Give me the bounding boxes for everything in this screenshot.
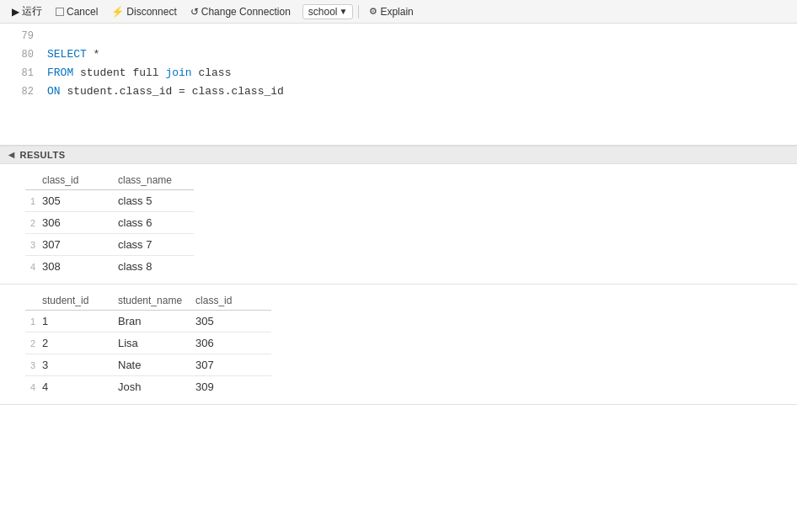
line-number: 80 xyxy=(7,45,34,64)
explain-icon: ⚙ xyxy=(369,6,377,17)
explain-button[interactable]: ⚙ Explain xyxy=(364,4,418,19)
result-table-2: student_id student_name class_id 11Bran3… xyxy=(0,285,797,405)
cancel-label: Cancel xyxy=(67,6,98,18)
change-connection-button[interactable]: ↺ Change Connection xyxy=(185,4,296,19)
results-header: ◀ RESULTS xyxy=(0,146,797,164)
run-label: 运行 xyxy=(22,4,42,19)
row-number: 1 xyxy=(25,190,42,212)
run-button[interactable]: ▶ 运行 xyxy=(7,3,47,20)
editor-line: 82 ON student.class_id = class.class_id xyxy=(0,82,797,101)
cancel-checkbox-icon xyxy=(56,8,64,16)
table-cell: Josh xyxy=(118,376,195,398)
class-table: class_id class_name 1305class 52306class… xyxy=(25,171,194,277)
row-number: 3 xyxy=(25,234,42,256)
table-row: 2306class 6 xyxy=(25,212,194,234)
editor-line: 79 xyxy=(0,27,797,45)
row-number: 4 xyxy=(25,256,42,278)
row-number: 3 xyxy=(25,354,42,376)
col-student-id: student_id xyxy=(42,291,118,311)
change-connection-icon: ↺ xyxy=(190,6,199,18)
table-row: 11Bran305 xyxy=(25,311,271,332)
row-number: 4 xyxy=(25,376,42,398)
table-header-row: class_id class_name xyxy=(25,171,194,190)
table-cell: 1 xyxy=(42,311,118,332)
table-row: 3307class 7 xyxy=(25,234,194,256)
disconnect-label: Disconnect xyxy=(126,6,176,18)
line-number: 82 xyxy=(7,82,34,101)
row-number: 1 xyxy=(25,311,42,332)
col-class-id: class_id xyxy=(195,291,271,311)
table-cell: Lisa xyxy=(118,332,195,354)
table-cell: class 7 xyxy=(118,234,194,256)
table-row: 22Lisa306 xyxy=(25,332,271,354)
table-cell: 305 xyxy=(195,311,271,332)
editor-line: 81 FROM student full join class xyxy=(0,64,797,82)
table-cell: class 5 xyxy=(118,190,194,212)
database-selector[interactable]: school ▼ xyxy=(302,4,354,19)
separator xyxy=(358,5,359,19)
col-class-name: class_name xyxy=(118,171,194,190)
table-cell: 307 xyxy=(42,234,118,256)
table-cell: 308 xyxy=(42,256,118,278)
table-cell: 307 xyxy=(195,354,271,376)
table-cell: 3 xyxy=(42,354,118,376)
col-student-name: student_name xyxy=(118,291,195,311)
col-class-id: class_id xyxy=(42,171,118,190)
cancel-button[interactable]: Cancel xyxy=(51,4,103,19)
table-cell: 305 xyxy=(42,190,118,212)
results-section: ◀ RESULTS xyxy=(0,146,797,164)
collapse-icon[interactable]: ◀ xyxy=(8,151,15,159)
table-row: 33Nate307 xyxy=(25,354,271,376)
editor-line: 80 SELECT * xyxy=(0,45,797,64)
student-table: student_id student_name class_id 11Bran3… xyxy=(25,291,271,397)
table-row: 4308class 8 xyxy=(25,256,194,278)
table-cell: 306 xyxy=(195,332,271,354)
dropdown-arrow-icon: ▼ xyxy=(340,7,348,16)
table-cell: 306 xyxy=(42,212,118,234)
sql-editor[interactable]: 79 80 SELECT * 81 FROM student full join… xyxy=(0,24,797,146)
table-header-row: student_id student_name class_id xyxy=(25,291,271,311)
table-row: 1305class 5 xyxy=(25,190,194,212)
run-icon: ▶ xyxy=(12,6,19,18)
line-number: 81 xyxy=(7,64,34,82)
db-name-label: school xyxy=(308,6,338,18)
table-cell: class 8 xyxy=(118,256,194,278)
table-cell: Bran xyxy=(118,311,195,332)
explain-label: Explain xyxy=(380,6,413,18)
table-cell: class 6 xyxy=(118,212,194,234)
disconnect-button[interactable]: ⚡ Disconnect xyxy=(106,4,181,19)
result-table-1: class_id class_name 1305class 52306class… xyxy=(0,164,797,285)
change-connection-label: Change Connection xyxy=(201,6,291,18)
table-cell: 4 xyxy=(42,376,118,398)
row-num-header xyxy=(25,171,42,190)
disconnect-icon: ⚡ xyxy=(111,6,124,18)
row-number: 2 xyxy=(25,212,42,234)
row-num-header xyxy=(25,291,42,311)
toolbar: ▶ 运行 Cancel ⚡ Disconnect ↺ Change Connec… xyxy=(0,0,797,24)
table-cell: Nate xyxy=(118,354,195,376)
table-cell: 309 xyxy=(195,376,271,398)
table-row: 44Josh309 xyxy=(25,376,271,398)
results-tables: class_id class_name 1305class 52306class… xyxy=(0,164,797,405)
line-number: 79 xyxy=(7,27,34,45)
row-number: 2 xyxy=(25,332,42,354)
table-cell: 2 xyxy=(42,332,118,354)
results-title: RESULTS xyxy=(20,150,66,160)
